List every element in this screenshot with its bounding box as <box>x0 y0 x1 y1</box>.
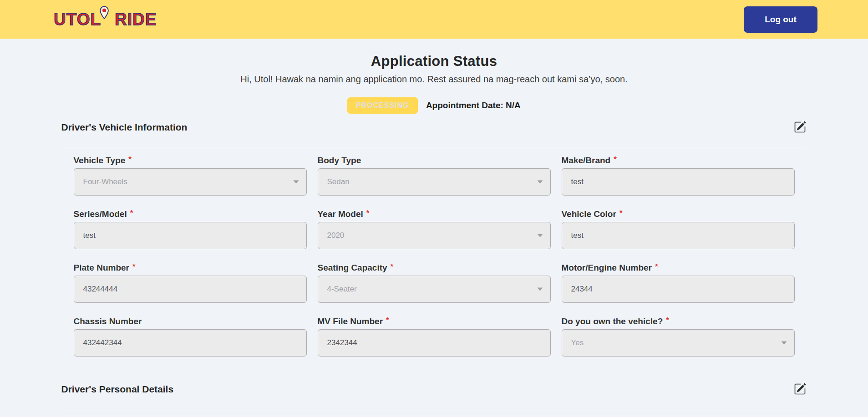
mv-file-number-input[interactable] <box>318 329 551 357</box>
series-model-input[interactable] <box>74 222 307 249</box>
appointment-date-text: Appointment Date: N/A <box>426 100 521 111</box>
vehicle-color-input[interactable] <box>562 222 795 249</box>
edit-personal-details-button[interactable] <box>793 382 807 396</box>
personal-details-section: Driver's Personal Details Last Name* <box>61 382 807 417</box>
body-type-field: Body Type Sedan <box>318 156 551 196</box>
required-asterisk: * <box>666 316 669 325</box>
page-title: Application Status <box>0 53 868 70</box>
required-asterisk: * <box>386 316 389 325</box>
vehicle-type-select[interactable]: Four-Wheels <box>74 168 307 196</box>
field-label: Make/Brand* <box>562 156 795 166</box>
own-vehicle-field: Do you own the vehicle?* Yes <box>562 317 795 357</box>
required-asterisk: * <box>132 262 136 271</box>
personal-section-title: Driver's Personal Details <box>61 384 174 395</box>
caret-down-icon <box>781 341 787 345</box>
caret-down-icon <box>293 180 299 184</box>
field-label: Vehicle Color* <box>562 209 795 219</box>
field-label: Body Type <box>318 156 551 166</box>
field-label: Plate Number* <box>74 263 307 273</box>
location-pin-icon <box>99 5 110 24</box>
required-asterisk: * <box>614 155 617 164</box>
required-asterisk: * <box>655 262 658 271</box>
seating-capacity-select[interactable]: 4-Seater <box>318 276 551 303</box>
logo-word-utol: UTOL <box>54 10 101 29</box>
field-label: Chassis Number <box>74 317 307 327</box>
vehicle-form-grid: Vehicle Type* Four-Wheels Body Type Seda… <box>61 156 807 370</box>
required-asterisk: * <box>366 209 370 217</box>
processing-status-badge: PROCESSING <box>347 97 418 114</box>
own-vehicle-select[interactable]: Yes <box>562 329 795 357</box>
logout-button[interactable]: Log out <box>744 6 817 33</box>
seating-capacity-field: Seating Capacity* 4-Seater <box>318 263 551 303</box>
logo-word-ride: RIDE <box>115 10 157 29</box>
caret-down-icon <box>537 180 543 184</box>
vehicle-color-field: Vehicle Color* <box>562 209 795 249</box>
required-asterisk: * <box>619 209 623 217</box>
plate-number-field: Plate Number* <box>74 263 307 303</box>
caret-down-icon <box>537 287 543 291</box>
caret-down-icon <box>537 234 543 237</box>
edit-pencil-icon <box>794 128 806 135</box>
field-label: Motor/Engine Number* <box>562 263 795 273</box>
motor-engine-number-input[interactable] <box>562 276 795 303</box>
edit-vehicle-info-button[interactable] <box>793 120 807 134</box>
status-subtitle: Hi, Utol! Hawak na namin ang application… <box>0 74 868 85</box>
year-model-select[interactable]: 2020 <box>318 222 551 249</box>
header: UTOL RIDE Log out <box>0 0 868 39</box>
selected-value: 4-Seater <box>327 285 357 294</box>
selected-value: 2020 <box>327 231 345 240</box>
edit-pencil-icon <box>794 390 806 397</box>
main-content: Application Status Hi, Utol! Hawak na na… <box>0 53 868 417</box>
field-label: Do you own the vehicle?* <box>562 317 795 327</box>
series-model-field: Series/Model* <box>74 209 307 249</box>
chassis-number-field: Chassis Number <box>74 317 307 357</box>
vehicle-information-section: Driver's Vehicle Information Vehicle Typ… <box>61 120 807 370</box>
motor-engine-number-field: Motor/Engine Number* <box>562 263 795 303</box>
status-row: PROCESSING Appointment Date: N/A <box>0 97 868 114</box>
field-label: Year Model* <box>318 209 551 219</box>
field-label: MV File Number* <box>318 317 551 327</box>
utol-ride-logo: UTOL RIDE <box>54 10 157 29</box>
required-asterisk: * <box>130 209 133 217</box>
make-brand-input[interactable] <box>562 168 795 196</box>
selected-value: Yes <box>571 338 584 347</box>
field-label: Seating Capacity* <box>318 263 551 273</box>
field-label: Vehicle Type* <box>74 156 307 166</box>
vehicle-section-title: Driver's Vehicle Information <box>61 122 188 133</box>
mv-file-number-field: MV File Number* <box>318 317 551 357</box>
field-label: Series/Model* <box>74 209 307 219</box>
vehicle-type-field: Vehicle Type* Four-Wheels <box>74 156 307 196</box>
selected-value: Four-Wheels <box>83 177 127 186</box>
chassis-number-input[interactable] <box>74 329 307 357</box>
selected-value: Sedan <box>327 177 350 186</box>
required-asterisk: * <box>128 155 132 164</box>
plate-number-input[interactable] <box>74 276 307 303</box>
body-type-select[interactable]: Sedan <box>318 168 551 196</box>
year-model-field: Year Model* 2020 <box>318 209 551 249</box>
required-asterisk: * <box>391 262 394 271</box>
section-divider <box>61 148 807 148</box>
section-divider <box>61 410 807 410</box>
make-brand-field: Make/Brand* <box>562 156 795 196</box>
